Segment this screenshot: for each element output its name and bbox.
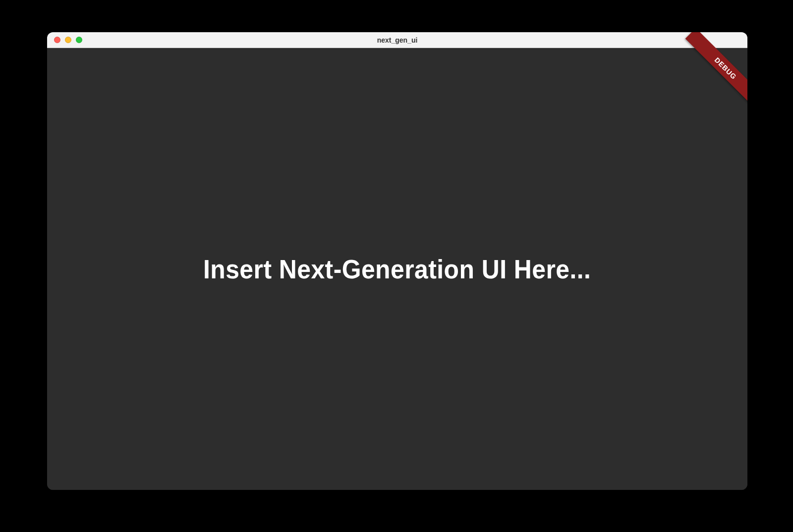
maximize-icon[interactable] [76, 37, 82, 43]
window-title: next_gen_ui [47, 36, 747, 44]
minimize-icon[interactable] [65, 37, 71, 43]
placeholder-text: Insert Next-Generation UI Here... [203, 254, 591, 284]
app-window: next_gen_ui Insert Next-Generation UI He… [47, 32, 747, 490]
app-content: Insert Next-Generation UI Here... DEBUG [47, 48, 747, 490]
close-icon[interactable] [54, 37, 60, 43]
window-titlebar: next_gen_ui [47, 32, 747, 48]
window-controls [47, 37, 82, 43]
